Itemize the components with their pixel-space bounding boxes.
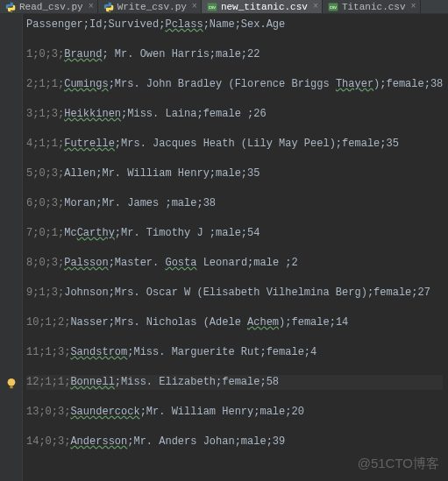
code-editor-content[interactable]: Passenger;Id;Survived;Pclass;Name;Sex.Ag…	[23, 14, 443, 481]
code-line[interactable]	[26, 122, 443, 137]
code-line[interactable]: 10;1;2;Nasser;Mrs. Nicholas (Adele Achem…	[26, 315, 443, 330]
code-line[interactable]	[26, 241, 443, 256]
csv-icon: csv	[207, 2, 217, 12]
close-icon[interactable]: ×	[192, 3, 197, 11]
code-line[interactable]: 4;1;1;Futrelle;Mrs. Jacques Heath (Lily …	[26, 137, 443, 152]
tab-new_titanic-csv[interactable]: csvnew_titanic.csv×	[202, 0, 323, 14]
tab-titanic-csv[interactable]: csvTitanic.csv×	[323, 0, 421, 14]
python-icon	[5, 2, 16, 12]
code-line[interactable]	[26, 449, 443, 464]
code-line[interactable]	[26, 32, 443, 47]
code-line[interactable]	[26, 420, 443, 435]
code-line[interactable]	[26, 360, 443, 375]
code-line[interactable]: 12;1;1;Bonnell;Miss. Elizabeth;female;58	[26, 375, 443, 390]
tab-label: Read_csv.py	[19, 2, 83, 12]
python-icon	[103, 2, 114, 12]
svg-rect-5	[10, 386, 13, 389]
code-line[interactable]: Passenger;Id;Survived;Pclass;Name;Sex.Ag…	[26, 18, 443, 32]
code-line[interactable]	[26, 152, 443, 166]
code-line[interactable]	[26, 301, 443, 315]
code-line[interactable]: 6;0;3;Moran;Mr. James ;male;38	[26, 196, 443, 211]
code-line[interactable]: 2;1;1;Cumings;Mrs. John Bradley (Florenc…	[26, 77, 443, 92]
tab-read_csv-py[interactable]: Read_csv.py×	[0, 0, 98, 14]
tab-label: new_titanic.csv	[221, 2, 308, 12]
code-line[interactable]: 3;1;3;Heikkinen;Miss. Laina;female ;26	[26, 107, 443, 122]
code-line[interactable]: 5;0;3;Allen;Mr. William Henry;male;35	[26, 166, 443, 181]
tab-bar: Read_csv.py×Write_csv.py×csvnew_titanic.…	[0, 0, 448, 14]
code-line[interactable]	[26, 390, 443, 405]
close-icon[interactable]: ×	[89, 3, 94, 11]
svg-point-4	[8, 378, 16, 386]
code-line[interactable]: 14;0;3;Andersson;Mr. Anders Johan;male;3…	[26, 435, 443, 449]
code-line[interactable]	[26, 271, 443, 286]
code-line[interactable]: 1;0;3;Braund; Mr. Owen Harris;male;22	[26, 47, 443, 62]
intention-bulb-icon[interactable]	[5, 378, 18, 390]
csv-icon: csv	[328, 2, 338, 12]
editor-area: Passenger;Id;Survived;Pclass;Name;Sex.Ag…	[0, 14, 448, 481]
tab-write_csv-py[interactable]: Write_csv.py×	[98, 0, 202, 14]
close-icon[interactable]: ×	[411, 3, 416, 11]
code-line[interactable]	[26, 211, 443, 226]
code-line[interactable]: 8;0;3;Palsson;Master. Gosta Leonard;male…	[26, 256, 443, 271]
code-line[interactable]: 7;0;1;McCarthy;Mr. Timothy J ;male;54	[26, 226, 443, 241]
tab-label: Write_csv.py	[117, 2, 187, 12]
code-line[interactable]: 13;0;3;Saundercock;Mr. William Henry;mal…	[26, 405, 443, 420]
close-icon[interactable]: ×	[313, 3, 318, 11]
editor-gutter	[0, 14, 23, 481]
code-line[interactable]	[26, 330, 443, 345]
code-line[interactable]	[26, 62, 443, 77]
code-line[interactable]	[26, 181, 443, 196]
code-line[interactable]	[26, 92, 443, 107]
svg-text:csv: csv	[209, 4, 216, 10]
svg-text:csv: csv	[330, 4, 337, 10]
code-line[interactable]: 9;1;3;Johnson;Mrs. Oscar W (Elisabeth Vi…	[26, 286, 443, 301]
tab-label: Titanic.csv	[342, 2, 406, 12]
code-line[interactable]: 11;1;3;Sandstrom;Miss. Marguerite Rut;fe…	[26, 345, 443, 360]
